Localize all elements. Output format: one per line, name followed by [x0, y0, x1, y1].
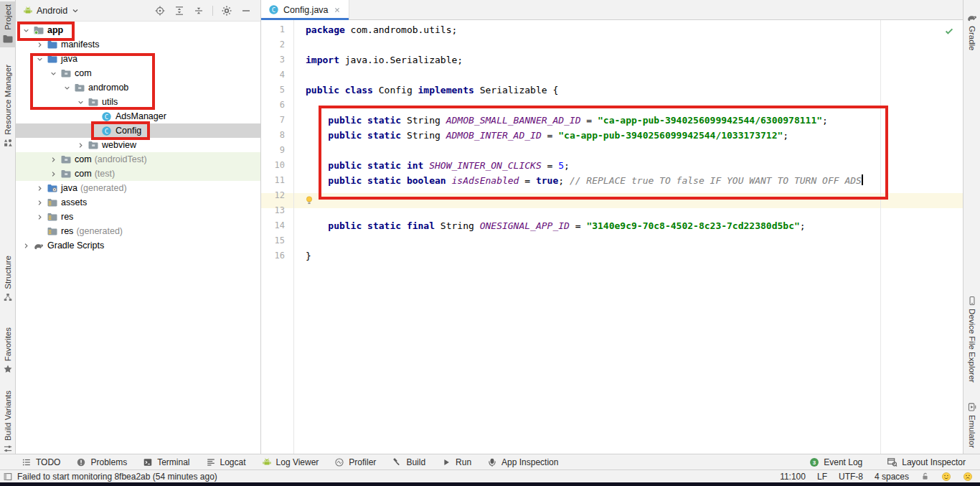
encoding-widget[interactable]: UTF-8 [839, 472, 863, 482]
toolwindow-button-log-viewer[interactable]: Log Viewer [262, 457, 319, 467]
code-line-10[interactable]: public static int SHOW_INTER_ON_CLICKS =… [294, 158, 963, 173]
caret-position-widget[interactable]: 11:100 [780, 472, 806, 482]
tree-item-config[interactable]: CConfig [16, 123, 260, 138]
chevron-collapsed-icon[interactable] [75, 139, 87, 151]
tool-window-bar: TODOProblemsTerminalLogcatLog ViewerProf… [0, 454, 980, 469]
chevron-collapsed-icon[interactable] [34, 182, 46, 194]
chevron-expanded-icon[interactable] [34, 53, 46, 65]
toolwindow-button-event-log[interactable]: 3Event Log [809, 457, 862, 467]
tool-strip-tab-favorites[interactable]: Favorites [0, 324, 15, 377]
status-bar-widgets: 11:100 LF UTF-8 4 spaces [780, 472, 973, 482]
tool-strip-tab-emulator[interactable]: Emulator [963, 399, 980, 451]
code-line-8[interactable]: public static String ADMOB_INTER_AD_ID =… [294, 128, 963, 143]
code-line-6[interactable] [294, 98, 963, 113]
tree-item-res[interactable]: res [16, 210, 260, 224]
toolwindow-button-profiler[interactable]: Profiler [334, 457, 376, 467]
line-number: 4 [263, 67, 285, 83]
tree-item-suffix: (test) [95, 169, 115, 179]
project-panel: Android appmanifestsjavacomandromobutils… [16, 0, 261, 454]
code-line-16[interactable]: } [294, 248, 963, 263]
chevron-collapsed-icon[interactable] [34, 211, 46, 223]
tree-item-app[interactable]: app [16, 23, 260, 37]
code-line-11[interactable]: public static boolean isAdsEnabled = tru… [294, 173, 963, 188]
tool-strip-tab-resource-manager[interactable]: Resource Manager [0, 62, 15, 151]
tree-item-com[interactable]: com [16, 66, 260, 80]
tool-strip-tab-project[interactable]: Project [0, 1, 15, 47]
chevron-collapsed-icon[interactable] [34, 197, 46, 208]
code-editor[interactable]: 12345678910111213141516 package com.andr… [261, 20, 963, 454]
toolwindow-button-problems[interactable]: Problems [76, 457, 127, 467]
code-line-14[interactable]: public static final String ONESIGNAL_APP… [294, 218, 963, 233]
code-token: "ca-app-pub-3940256099942544/1033173712" [558, 130, 783, 141]
tree-item-java-generated-[interactable]: java(generated) [16, 181, 260, 195]
settings-icon[interactable] [221, 5, 232, 17]
chevron-collapsed-icon[interactable] [47, 168, 60, 179]
feedback-smile-icon[interactable] [941, 472, 951, 482]
tree-item-com-androidtest-[interactable]: com(androidTest) [16, 152, 260, 167]
tree-item-andromob[interactable]: andromob [16, 80, 260, 95]
right-tool-strip: GradleDevice File ExplorerEmulator [963, 0, 980, 482]
code-line-2[interactable] [294, 37, 963, 52]
collapse-all-icon[interactable] [193, 5, 204, 17]
code-line-12[interactable] [294, 188, 963, 203]
toolwindow-toggle-icon[interactable] [3, 472, 13, 482]
chevron-expanded-icon[interactable] [75, 96, 87, 108]
tree-item-assets[interactable]: assets [16, 195, 260, 210]
tree-item-webview[interactable]: webview [16, 138, 260, 152]
class-icon: C [100, 125, 113, 136]
toolwindow-button-layout-inspector[interactable]: Layout Inspector [887, 457, 966, 467]
code-line-13[interactable] [294, 203, 963, 218]
chevron-collapsed-icon[interactable] [20, 240, 32, 251]
readonly-lock-icon[interactable] [920, 472, 930, 481]
tool-strip-tab-gradle[interactable]: Gradle [963, 9, 980, 54]
close-tab-icon[interactable] [333, 6, 341, 14]
toolwindow-button-app-inspection[interactable]: App Inspection [487, 457, 558, 467]
toolwindow-button-label: Build [406, 457, 425, 467]
tool-strip-tab-structure[interactable]: Structure [0, 253, 15, 305]
tree-item-label: AdsManager [116, 111, 166, 121]
hide-panel-icon[interactable] [240, 5, 252, 17]
tree-item-gradle-scripts[interactable]: Gradle Scripts [16, 238, 260, 253]
intention-bulb-icon[interactable] [304, 195, 314, 205]
tree-item-adsmanager[interactable]: CAdsManager [16, 109, 260, 123]
code-token: isAdsEnabled [452, 175, 519, 186]
toolwindow-button-logcat[interactable]: Logcat [206, 457, 246, 467]
indent-widget[interactable]: 4 spaces [875, 472, 909, 482]
editor-gutter[interactable]: 12345678910111213141516 [261, 20, 294, 454]
code-line-5[interactable]: public class Config implements Serializa… [294, 83, 963, 98]
structure-icon [3, 292, 13, 302]
toolwindow-button-run[interactable]: Run [441, 457, 471, 467]
chevron-collapsed-icon[interactable] [47, 154, 60, 165]
tool-strip-tab-device-file-explorer[interactable]: Device File Explorer [963, 293, 980, 385]
code-line-7[interactable]: public static String ADMOB_SMALL_BANNER_… [294, 113, 963, 128]
toolwindow-button-build[interactable]: Build [392, 457, 425, 467]
code-token: ADMOB_INTER_AD_ID [446, 130, 542, 141]
chevron-expanded-icon[interactable] [61, 82, 73, 93]
inspections-ok-check-icon[interactable] [944, 26, 954, 36]
class-icon: C [268, 4, 279, 15]
feedback-frown-icon[interactable] [963, 472, 973, 482]
status-message[interactable]: Failed to start monitoring 8fbea2ab (54 … [17, 472, 217, 482]
tree-item-res-generated-[interactable]: res(generated) [16, 224, 260, 238]
tree-item-com-test-[interactable]: com(test) [16, 167, 260, 181]
code-line-9[interactable] [294, 143, 963, 158]
line-separator-widget[interactable]: LF [817, 472, 827, 482]
chevron-expanded-icon[interactable] [47, 67, 60, 79]
chevron-expanded-icon[interactable] [20, 24, 32, 36]
code-token: public static boolean [328, 175, 446, 186]
code-line-1[interactable]: package com.andromob.utils; [294, 22, 963, 37]
locate-icon[interactable] [154, 5, 166, 17]
expand-all-icon[interactable] [174, 5, 185, 17]
tree-item-java[interactable]: java [16, 52, 260, 66]
chevron-collapsed-icon[interactable] [34, 39, 46, 50]
code-line-15[interactable] [294, 233, 963, 248]
toolwindow-button-todo[interactable]: TODO [22, 457, 60, 467]
code-line-3[interactable]: import java.io.Serializable; [294, 52, 963, 67]
tree-item-utils[interactable]: utils [16, 95, 260, 109]
tree-item-manifests[interactable]: manifests [16, 37, 260, 52]
tool-strip-tab-build-variants[interactable]: Build Variants [0, 388, 15, 457]
project-view-selector[interactable]: Android [20, 4, 83, 17]
tab-config-java[interactable]: C Config.java [261, 0, 349, 19]
code-line-4[interactable] [294, 67, 963, 83]
toolwindow-button-terminal[interactable]: Terminal [143, 457, 189, 467]
